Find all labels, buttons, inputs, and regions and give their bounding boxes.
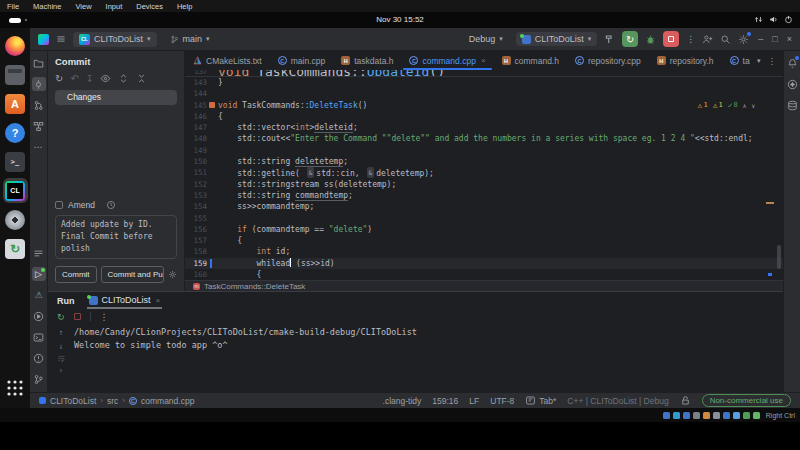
tray-display-icon[interactable] [663,412,670,419]
close-icon[interactable]: × [481,56,486,65]
stripe-problems-icon[interactable]: ⚠ [32,288,46,302]
inspection-warning-badge[interactable]: ⚠1 [713,100,723,111]
build-hammer-icon[interactable] [604,34,615,45]
stripe-run-icon[interactable]: ▷ [32,267,46,281]
commit-and-push-button[interactable]: Commit and Push [101,266,164,283]
code-editor[interactable]: ⚠1⚠1✓8∧∨ 143}144145void TaskCommands::De… [185,77,783,280]
editor-tab-command.cpp[interactable]: Ccommand.cpp× [401,51,493,70]
editor-scrollbar[interactable] [777,245,781,269]
editor-tab-taskdata.h[interactable]: Htaskdata.h [333,51,401,70]
config-mode-select[interactable]: Debug ▾ [463,32,509,46]
stripe-project-folder-icon[interactable] [32,56,46,70]
stripe-ai-assistant-icon[interactable] [785,77,799,91]
code-with-me-icon[interactable] [702,34,713,45]
close-button[interactable]: × [787,34,792,44]
run-config-select[interactable]: CLIToDoList ▾ [516,32,598,46]
soft-wrap-icon[interactable] [57,354,66,363]
dock-cd-icon[interactable] [3,207,28,232]
dock-show-apps-icon[interactable] [3,375,28,400]
tray-network-icon[interactable] [683,412,690,419]
vm-menu-file[interactable]: File [7,2,19,11]
stripe-more-icon[interactable]: ⋯ [32,140,46,154]
editor-tab-main.cpp[interactable]: Cmain.cpp [270,51,334,70]
settings-gear-icon[interactable] [738,34,749,45]
dock-help-icon[interactable]: ? [3,120,28,145]
commit-expand-all-icon[interactable] [118,73,129,84]
sticky-context-line[interactable]: 137void TaskCommands::UpdateId() [185,70,783,77]
prev-issue-icon[interactable]: ∧ [743,100,747,111]
rerun-icon[interactable]: ↻ [57,312,65,322]
stripe-inspection-error-icon[interactable] [32,351,46,365]
tray-audio-icon[interactable] [723,412,730,419]
minimize-button[interactable]: – [758,34,763,44]
error-stripe-change-mark[interactable] [768,273,772,276]
write-access-lock-icon[interactable] [680,395,691,406]
branch-widget[interactable]: main ▾ [164,32,216,46]
dock-files-icon[interactable] [3,62,28,87]
tray-recording-icon[interactable] [703,412,710,419]
stripe-services-icon[interactable] [32,309,46,323]
commit-options-gear-icon[interactable] [168,270,177,279]
inspection-warning-badge[interactable]: ⚠1 [698,100,708,111]
close-icon[interactable]: × [156,296,161,305]
breadcrumb[interactable]: m TaskCommands::DeleteTask [185,280,783,291]
tray-display2-icon[interactable] [733,412,740,419]
stripe-terminal-icon[interactable] [32,330,46,344]
dock-terminal-icon[interactable]: >_ [3,149,28,174]
commit-message-input[interactable]: Added update by ID. Final Commit before … [55,215,177,259]
tray-usb-icon[interactable] [693,412,700,419]
main-menu-icon[interactable] [56,34,66,44]
inspections-widget[interactable]: ⚠1⚠1✓8∧∨ [694,99,759,112]
stripe-commit-icon[interactable] [32,77,46,91]
power-icon[interactable] [784,15,793,24]
editor-tab-command.h[interactable]: Hcommand.h [494,51,567,70]
vm-menu-help[interactable]: Help [177,2,192,11]
status-159-16[interactable]: 159:16 [432,396,458,406]
network-icon[interactable] [754,15,763,24]
dock-app-store-icon[interactable]: A [3,91,28,116]
tab-list-chevron-icon[interactable]: ▾ [757,57,761,65]
clock[interactable]: Nov 30 15:52 [0,15,800,24]
scroll-to-end-icon[interactable]: › [59,364,64,377]
status-tab-[interactable]: Tab* [525,395,556,406]
volume-icon[interactable] [769,15,778,24]
vm-menu-devices[interactable]: Devices [136,2,163,11]
vm-menu-view[interactable]: View [75,2,91,11]
editor-tab-repository.cpp[interactable]: Crepository.cpp [567,51,649,70]
maximize-button[interactable]: □ [772,34,777,44]
stripe-notifications-icon[interactable] [785,56,799,70]
stop-icon[interactable] [74,313,81,320]
nav-folder[interactable]: src [107,396,118,406]
stripe-git-branch-icon[interactable] [32,372,46,386]
run-tab[interactable]: CLIToDoList × [87,295,163,309]
commit-button[interactable]: Commit [55,266,97,283]
dock-firefox-icon[interactable] [3,33,28,58]
debug-bug-icon[interactable] [645,34,656,45]
commit-eye-icon[interactable] [100,73,111,84]
vm-menu-input[interactable]: Input [106,2,123,11]
changes-group-row[interactable]: Changes [55,90,177,105]
run-options-icon[interactable]: ⋮ [100,312,109,322]
tray-keyboard-icon[interactable] [753,412,760,419]
nav-file[interactable]: command.cpp [141,396,194,406]
inspection-check-badge[interactable]: ✓8 [728,100,738,111]
commit-rollback-icon[interactable]: ↶ [70,73,78,84]
scroll-up-icon[interactable]: ↑ [59,326,64,339]
editor-tab-taskdata.cpp[interactable]: Ctaskdata.cpp [722,51,750,70]
rerun-button[interactable]: ↻ [622,31,638,47]
editor-tab-CMakeLists.txt[interactable]: CMakeLists.txt [185,51,270,70]
stop-button[interactable] [663,31,679,47]
amend-checkbox[interactable] [55,201,63,209]
license-badge[interactable]: Non-commercial use [702,394,791,407]
commit-collapse-all-icon[interactable] [136,73,147,84]
editor-tab-repository.h[interactable]: Hrepository.h [649,51,722,70]
nav-project[interactable]: CLIToDoList [50,396,96,406]
error-stripe-warning-mark[interactable] [766,202,774,204]
project-widget[interactable]: CL CLIToDoList ▾ [73,32,157,47]
more-actions-icon[interactable]: ⋮ [686,34,695,44]
tab-options-icon[interactable]: ⋮ [768,56,777,66]
commit-refresh-icon[interactable]: ↻ [55,73,63,84]
tray-shared-folders-icon[interactable] [713,412,720,419]
vm-menu-machine[interactable]: Machine [33,2,61,11]
status-utf-8[interactable]: UTF-8 [490,396,514,406]
